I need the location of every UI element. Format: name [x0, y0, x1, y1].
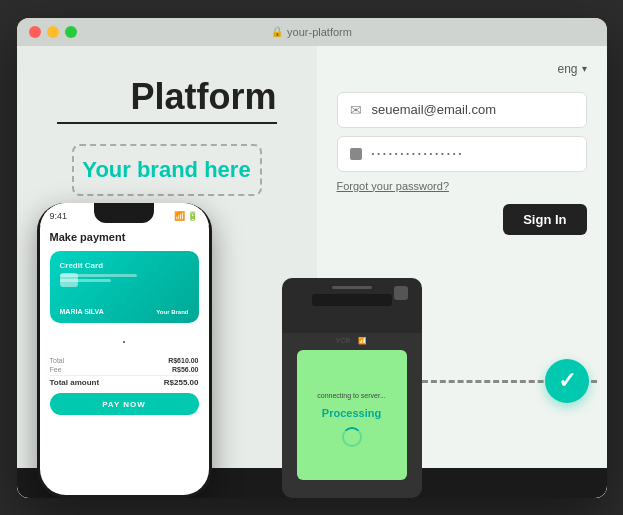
traffic-lights [29, 26, 77, 38]
password-field[interactable]: •••••••••••••••• [337, 136, 587, 172]
email-field[interactable]: ✉ seuemail@email.com [337, 92, 587, 128]
sign-in-button[interactable]: Sign In [503, 204, 586, 235]
right-panel: eng ▾ ✉ seuemail@email.com •••••••••••••… [317, 46, 607, 498]
email-icon: ✉ [350, 102, 362, 118]
lock-icon [350, 148, 362, 160]
brand-text: Your brand here [82, 157, 250, 183]
mac-window: 🔒 your-platform Platform Your brand here… [17, 18, 607, 498]
lang-text: eng [557, 62, 577, 76]
left-panel: Platform Your brand here [17, 46, 317, 498]
minimize-button[interactable] [47, 26, 59, 38]
platform-title: Platform [57, 76, 277, 124]
password-dots: •••••••••••••••• [372, 149, 465, 158]
lock-icon: 🔒 [271, 26, 283, 37]
maximize-button[interactable] [65, 26, 77, 38]
window-title: 🔒 your-platform [271, 26, 352, 38]
lang-selector[interactable]: eng ▾ [337, 62, 587, 76]
email-value: seuemail@email.com [372, 102, 496, 117]
window-content: Platform Your brand here eng ▾ ✉ seuemai… [17, 46, 607, 498]
title-bar: 🔒 your-platform [17, 18, 607, 46]
close-button[interactable] [29, 26, 41, 38]
forgot-password-link[interactable]: Forgot your password? [337, 180, 587, 192]
lang-chevron-icon: ▾ [582, 63, 587, 74]
brand-box: Your brand here [72, 144, 262, 196]
